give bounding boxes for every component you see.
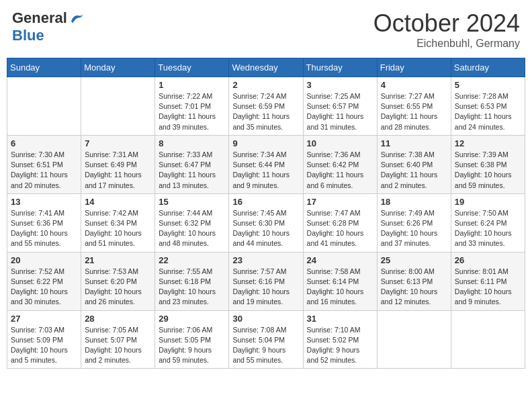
day-number: 8 — [159, 138, 225, 148]
calendar-cell: 12Sunrise: 7:39 AM Sunset: 6:38 PM Dayli… — [451, 135, 525, 193]
calendar-cell: 9Sunrise: 7:34 AM Sunset: 6:44 PM Daylig… — [229, 135, 303, 193]
day-detail: Sunrise: 7:08 AM Sunset: 5:04 PM Dayligh… — [232, 325, 299, 366]
day-number: 21 — [85, 255, 151, 265]
day-number: 20 — [11, 255, 77, 265]
calendar-cell: 4Sunrise: 7:27 AM Sunset: 6:55 PM Daylig… — [377, 77, 451, 136]
calendar-cell: 14Sunrise: 7:42 AM Sunset: 6:34 PM Dayli… — [81, 193, 155, 252]
calendar-cell: 8Sunrise: 7:33 AM Sunset: 6:47 PM Daylig… — [155, 135, 229, 193]
logo: General Blue — [12, 9, 85, 44]
calendar-cell: 23Sunrise: 7:57 AM Sunset: 6:16 PM Dayli… — [229, 252, 303, 310]
calendar-cell: 26Sunrise: 8:01 AM Sunset: 6:11 PM Dayli… — [451, 252, 525, 310]
day-number: 7 — [85, 138, 151, 148]
calendar-cell: 2Sunrise: 7:24 AM Sunset: 6:59 PM Daylig… — [229, 77, 303, 136]
day-detail: Sunrise: 8:01 AM Sunset: 6:11 PM Dayligh… — [455, 267, 521, 308]
day-number: 4 — [381, 80, 447, 90]
day-detail: Sunrise: 7:57 AM Sunset: 6:16 PM Dayligh… — [232, 267, 299, 308]
weekday-header-monday: Monday — [81, 58, 155, 77]
day-detail: Sunrise: 7:42 AM Sunset: 6:34 PM Dayligh… — [85, 208, 151, 249]
day-number: 30 — [232, 314, 299, 324]
day-number: 25 — [381, 255, 447, 265]
day-detail: Sunrise: 7:05 AM Sunset: 5:07 PM Dayligh… — [85, 325, 151, 366]
day-detail: Sunrise: 7:38 AM Sunset: 6:40 PM Dayligh… — [381, 150, 447, 191]
page-header: General Blue October 2024 Eichenbuhl, Ge… — [7, 7, 525, 52]
logo-bird-icon — [69, 11, 85, 25]
calendar-week-row: 6Sunrise: 7:30 AM Sunset: 6:51 PM Daylig… — [7, 135, 525, 193]
logo-general-text: General — [12, 9, 67, 27]
calendar-cell — [377, 310, 451, 369]
weekday-header-friday: Friday — [377, 58, 451, 77]
day-detail: Sunrise: 7:25 AM Sunset: 6:57 PM Dayligh… — [307, 91, 373, 132]
day-detail: Sunrise: 7:49 AM Sunset: 6:26 PM Dayligh… — [381, 208, 447, 249]
day-number: 5 — [455, 80, 521, 90]
day-number: 9 — [232, 138, 299, 148]
day-detail: Sunrise: 7:55 AM Sunset: 6:18 PM Dayligh… — [159, 267, 225, 308]
day-detail: Sunrise: 7:03 AM Sunset: 5:09 PM Dayligh… — [11, 325, 77, 366]
day-number: 6 — [11, 138, 77, 148]
day-detail: Sunrise: 7:58 AM Sunset: 6:14 PM Dayligh… — [307, 267, 373, 308]
day-number: 23 — [232, 255, 299, 265]
title-section: October 2024 Eichenbuhl, Germany — [373, 9, 520, 50]
day-detail: Sunrise: 7:39 AM Sunset: 6:38 PM Dayligh… — [455, 150, 521, 191]
day-number: 24 — [307, 255, 373, 265]
day-detail: Sunrise: 7:50 AM Sunset: 6:24 PM Dayligh… — [455, 208, 521, 249]
calendar-week-row: 27Sunrise: 7:03 AM Sunset: 5:09 PM Dayli… — [7, 310, 525, 369]
calendar-cell: 11Sunrise: 7:38 AM Sunset: 6:40 PM Dayli… — [377, 135, 451, 193]
day-detail: Sunrise: 7:45 AM Sunset: 6:30 PM Dayligh… — [232, 208, 299, 249]
day-number: 16 — [232, 197, 299, 207]
calendar-cell: 3Sunrise: 7:25 AM Sunset: 6:57 PM Daylig… — [303, 77, 377, 136]
calendar-cell — [451, 310, 525, 369]
day-number: 14 — [85, 197, 151, 207]
calendar-cell — [7, 77, 81, 136]
calendar-week-row: 1Sunrise: 7:22 AM Sunset: 7:01 PM Daylig… — [7, 77, 525, 136]
day-detail: Sunrise: 7:30 AM Sunset: 6:51 PM Dayligh… — [11, 150, 77, 191]
calendar-cell: 24Sunrise: 7:58 AM Sunset: 6:14 PM Dayli… — [303, 252, 377, 310]
day-detail: Sunrise: 7:34 AM Sunset: 6:44 PM Dayligh… — [232, 150, 299, 191]
day-detail: Sunrise: 7:33 AM Sunset: 6:47 PM Dayligh… — [159, 150, 225, 191]
calendar-cell: 19Sunrise: 7:50 AM Sunset: 6:24 PM Dayli… — [451, 193, 525, 252]
calendar-week-row: 13Sunrise: 7:41 AM Sunset: 6:36 PM Dayli… — [7, 193, 525, 252]
calendar-cell: 7Sunrise: 7:31 AM Sunset: 6:49 PM Daylig… — [81, 135, 155, 193]
day-detail: Sunrise: 7:10 AM Sunset: 5:02 PM Dayligh… — [307, 325, 373, 366]
calendar-cell: 27Sunrise: 7:03 AM Sunset: 5:09 PM Dayli… — [7, 310, 81, 369]
month-title: October 2024 — [373, 9, 520, 38]
calendar-cell — [81, 77, 155, 136]
day-detail: Sunrise: 7:41 AM Sunset: 6:36 PM Dayligh… — [11, 208, 77, 249]
day-detail: Sunrise: 7:06 AM Sunset: 5:05 PM Dayligh… — [159, 325, 225, 366]
day-number: 19 — [455, 197, 521, 207]
day-number: 15 — [159, 197, 225, 207]
calendar-cell: 28Sunrise: 7:05 AM Sunset: 5:07 PM Dayli… — [81, 310, 155, 369]
day-detail: Sunrise: 7:27 AM Sunset: 6:55 PM Dayligh… — [381, 91, 447, 132]
calendar-cell: 13Sunrise: 7:41 AM Sunset: 6:36 PM Dayli… — [7, 193, 81, 252]
calendar-cell: 16Sunrise: 7:45 AM Sunset: 6:30 PM Dayli… — [229, 193, 303, 252]
day-number: 12 — [455, 138, 521, 148]
day-number: 26 — [455, 255, 521, 265]
day-number: 1 — [159, 80, 225, 90]
weekday-header-tuesday: Tuesday — [155, 58, 229, 77]
weekday-header-thursday: Thursday — [303, 58, 377, 77]
day-detail: Sunrise: 7:36 AM Sunset: 6:42 PM Dayligh… — [307, 150, 373, 191]
day-detail: Sunrise: 7:53 AM Sunset: 6:20 PM Dayligh… — [85, 267, 151, 308]
day-detail: Sunrise: 7:24 AM Sunset: 6:59 PM Dayligh… — [232, 91, 299, 132]
day-number: 29 — [159, 314, 225, 324]
day-number: 17 — [307, 197, 373, 207]
weekday-header-wednesday: Wednesday — [229, 58, 303, 77]
weekday-header-sunday: Sunday — [7, 58, 81, 77]
calendar-cell: 5Sunrise: 7:28 AM Sunset: 6:53 PM Daylig… — [451, 77, 525, 136]
calendar-cell: 31Sunrise: 7:10 AM Sunset: 5:02 PM Dayli… — [303, 310, 377, 369]
day-number: 27 — [11, 314, 77, 324]
day-detail: Sunrise: 8:00 AM Sunset: 6:13 PM Dayligh… — [381, 267, 447, 308]
day-number: 31 — [307, 314, 373, 324]
calendar-cell: 6Sunrise: 7:30 AM Sunset: 6:51 PM Daylig… — [7, 135, 81, 193]
day-number: 22 — [159, 255, 225, 265]
calendar-cell: 17Sunrise: 7:47 AM Sunset: 6:28 PM Dayli… — [303, 193, 377, 252]
calendar-cell: 22Sunrise: 7:55 AM Sunset: 6:18 PM Dayli… — [155, 252, 229, 310]
weekday-header-saturday: Saturday — [451, 58, 525, 77]
day-number: 28 — [85, 314, 151, 324]
location-text: Eichenbuhl, Germany — [373, 38, 520, 50]
calendar-cell: 15Sunrise: 7:44 AM Sunset: 6:32 PM Dayli… — [155, 193, 229, 252]
calendar-cell: 29Sunrise: 7:06 AM Sunset: 5:05 PM Dayli… — [155, 310, 229, 369]
day-number: 18 — [381, 197, 447, 207]
calendar-table: SundayMondayTuesdayWednesdayThursdayFrid… — [7, 58, 525, 369]
calendar-cell: 18Sunrise: 7:49 AM Sunset: 6:26 PM Dayli… — [377, 193, 451, 252]
calendar-cell: 25Sunrise: 8:00 AM Sunset: 6:13 PM Dayli… — [377, 252, 451, 310]
